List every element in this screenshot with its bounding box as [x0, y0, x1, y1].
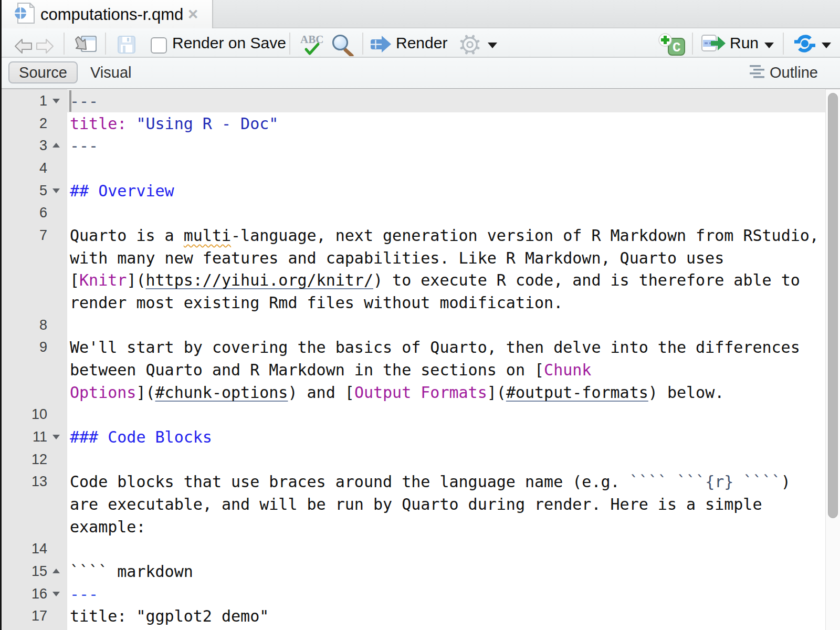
- line-number: 9: [0, 336, 47, 359]
- render-icon[interactable]: [370, 35, 392, 54]
- current-line-highlight: [67, 90, 825, 112]
- code-token-link: Chunk: [544, 361, 591, 379]
- code-token: ) and [: [288, 383, 354, 402]
- fold-down-icon[interactable]: [52, 99, 60, 103]
- code-line[interactable]: Options](#chunk-options) and [Output For…: [70, 381, 724, 404]
- code-token: [: [70, 271, 79, 289]
- code-token-meta: ```` ```{r} ````: [629, 472, 781, 491]
- code-line[interactable]: Code blocks that use braces around the l…: [70, 470, 791, 493]
- scrollbar-thumb[interactable]: [828, 93, 838, 518]
- code-token: [127, 114, 136, 133]
- insert-chunk-icon[interactable]: C: [657, 32, 686, 56]
- code-line[interactable]: ---: [70, 90, 98, 112]
- code-token-url: https://yihui.org/knitr/: [146, 271, 373, 289]
- code-token: ](: [136, 383, 155, 402]
- render-button-label[interactable]: Render: [396, 28, 447, 57]
- document-tab[interactable]: computations-r.qmd ×: [2, 0, 213, 28]
- code-line[interactable]: render most existing Rmd files without m…: [70, 291, 563, 314]
- line-number: 11: [0, 426, 47, 448]
- code-line[interactable]: title: "ggplot2 demo": [70, 605, 269, 627]
- code-token: ](: [487, 383, 506, 402]
- code-line[interactable]: ## Overview: [70, 180, 174, 202]
- line-number: 6: [0, 202, 47, 224]
- back-icon[interactable]: [14, 37, 33, 55]
- line-number: 12: [0, 448, 47, 471]
- visual-mode-button[interactable]: Visual: [90, 61, 131, 83]
- forward-icon[interactable]: [35, 37, 54, 55]
- line-number: 10: [0, 403, 47, 426]
- code-token: Code blocks that use braces around the l…: [70, 472, 629, 491]
- code-token: example:: [70, 518, 146, 536]
- code-line[interactable]: Quarto is a multi-language, next generat…: [70, 224, 819, 247]
- code-token-head: ### Code Blocks: [70, 428, 212, 446]
- code-token-meta: ---: [70, 136, 98, 155]
- editor-tab-bar: computations-r.qmd ×: [0, 0, 840, 28]
- mode-bar: Source Visual Outline: [0, 58, 840, 89]
- run-button-label[interactable]: Run: [730, 28, 759, 57]
- code-token-link: Knitr: [79, 271, 127, 289]
- quarto-file-icon: [14, 2, 37, 25]
- line-number: 13: [0, 470, 47, 493]
- code-token-link: Output Formats: [354, 383, 487, 402]
- code-token: ) below.: [648, 383, 724, 402]
- code-line[interactable]: example:: [70, 516, 146, 538]
- code-token: title: "ggplot2 demo": [70, 607, 269, 625]
- editor-toolbar: Render on Save ABC Render: [0, 28, 840, 58]
- render-on-save-label: Render on Save: [172, 28, 286, 57]
- fold-down-icon[interactable]: [52, 435, 60, 439]
- toolbar-separator: [362, 33, 363, 55]
- rstudio-source-pane: computations-r.qmd × Render on Save: [0, 0, 840, 630]
- save-icon[interactable]: [118, 36, 135, 54]
- code-line[interactable]: ---: [70, 583, 98, 605]
- code-line[interactable]: ---: [70, 134, 98, 157]
- scrollbar-track[interactable]: [825, 89, 840, 630]
- fold-down-icon[interactable]: [52, 592, 60, 596]
- code-token: ) to execute R code, and is therefore ab…: [373, 271, 800, 289]
- code-token: ): [781, 472, 791, 491]
- code-token: with many new features and capabilities.…: [70, 249, 724, 267]
- rerun-icon[interactable]: [793, 34, 816, 53]
- code-line[interactable]: We'll start by covering the basics of Qu…: [70, 336, 800, 359]
- code-line[interactable]: are executable, and will be run by Quart…: [70, 493, 762, 516]
- search-icon[interactable]: [331, 34, 354, 56]
- render-on-save-checkbox[interactable]: [151, 37, 167, 54]
- toolbar-separator: [289, 33, 290, 55]
- code-token-url: #chunk-options: [155, 383, 288, 402]
- pane-left-edge: [0, 0, 2, 630]
- popout-icon[interactable]: [74, 35, 97, 55]
- line-number: 1: [0, 90, 47, 112]
- toolbar-separator: [783, 33, 784, 55]
- toolbar-separator: [692, 33, 693, 55]
- code-line[interactable]: ### Code Blocks: [70, 426, 212, 448]
- code-line[interactable]: ```` markdown: [70, 560, 193, 583]
- line-number: 16: [0, 583, 47, 605]
- svg-text:C: C: [673, 40, 681, 56]
- source-mode-button[interactable]: Source: [8, 61, 78, 83]
- code-line[interactable]: title: "Using R - Doc": [70, 112, 278, 135]
- code-token-link: Options: [70, 383, 136, 402]
- code-token-head: ## Overview: [70, 182, 174, 200]
- svg-text:ABC: ABC: [300, 33, 323, 46]
- run-options-caret-icon[interactable]: [764, 43, 774, 48]
- spellcheck-icon[interactable]: ABC: [299, 33, 326, 56]
- code-token: ](: [127, 271, 145, 289]
- code-line[interactable]: [Knitr](https://yihui.org/knitr/) to exe…: [70, 269, 800, 291]
- line-number: 17: [0, 605, 47, 627]
- gear-icon[interactable]: [460, 35, 480, 55]
- line-number: 4: [0, 157, 47, 180]
- run-icon[interactable]: [701, 35, 727, 51]
- code-line[interactable]: between Quarto and R Markdown in the sec…: [70, 359, 591, 381]
- code-token-sp: multi: [184, 226, 231, 245]
- render-options-caret-icon[interactable]: [488, 43, 497, 48]
- line-number: 8: [0, 314, 47, 337]
- rerun-options-caret-icon[interactable]: [822, 43, 831, 48]
- fold-down-icon[interactable]: [52, 188, 60, 193]
- line-number: 5: [0, 180, 47, 202]
- code-editor[interactable]: 1234567891011121314151617 ---title: "Usi…: [0, 89, 840, 630]
- fold-up-icon[interactable]: [52, 143, 60, 148]
- code-line[interactable]: with many new features and capabilities.…: [70, 247, 724, 269]
- fold-up-icon[interactable]: [52, 569, 60, 573]
- outline-icon[interactable]: [749, 65, 765, 79]
- outline-toggle[interactable]: Outline: [770, 61, 818, 83]
- tab-close-icon[interactable]: ×: [188, 0, 198, 28]
